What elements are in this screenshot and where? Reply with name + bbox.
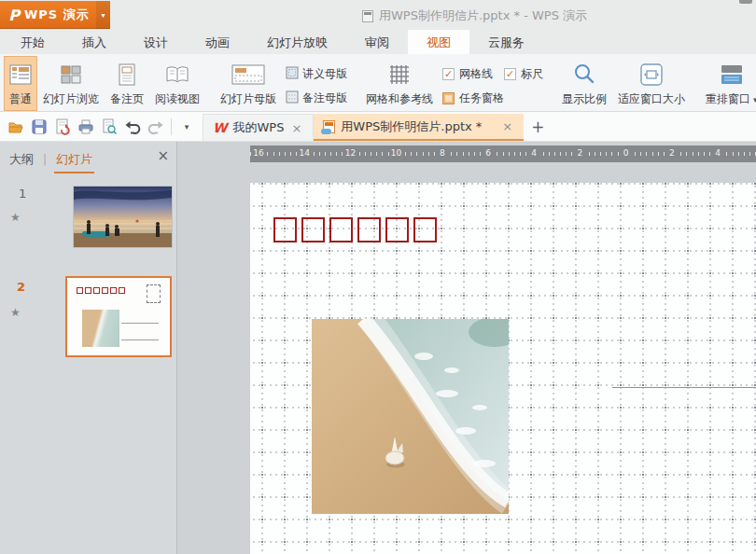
slide-2-animation-star-icon: ★	[10, 306, 21, 319]
normal-view-label: 普通	[9, 91, 32, 107]
ruler-check-icon[interactable]: ✓	[504, 68, 516, 80]
ruler-number: 4	[713, 148, 722, 158]
print-preview-button[interactable]	[101, 118, 118, 135]
undo-button[interactable]	[124, 118, 141, 135]
notes-master-button[interactable]: 备注母版	[282, 86, 351, 110]
close-tab-icon[interactable]: ×	[500, 119, 514, 133]
editing-canvas: 1614121086420246	[177, 142, 756, 554]
notes-page-label: 备注页	[110, 91, 144, 107]
window-controls-fragment	[739, 0, 752, 4]
slide-canvas[interactable]	[250, 183, 756, 554]
title-character-box[interactable]	[301, 217, 325, 242]
print-button[interactable]	[77, 118, 94, 135]
thumb-title-boxes	[77, 287, 125, 294]
export-pdf-button[interactable]	[54, 118, 71, 135]
window-title-text: 用WPS制作明信片.pptx * - WPS 演示	[379, 7, 587, 24]
qat-separator	[171, 118, 172, 135]
doc-tab-label: 我的WPS	[232, 119, 284, 136]
close-tab-icon[interactable]: ×	[289, 121, 303, 135]
panel-close-icon[interactable]: ×	[157, 149, 169, 163]
ruler-number: 12	[343, 148, 357, 158]
panel-header: 大纲 | 幻灯片	[0, 145, 177, 173]
ruler-number: 8	[438, 148, 447, 158]
task-pane-button[interactable]: 任务窗格	[439, 89, 508, 108]
slide-sorter-button[interactable]: 幻灯片浏览	[37, 56, 105, 111]
redo-button[interactable]	[147, 118, 164, 135]
document-tab-bar: ▾ W 我的WPS × 用WPS制作明信片.pptx * × +	[0, 112, 756, 142]
slide-sorter-icon	[60, 60, 82, 90]
normal-view-button[interactable]: 普通	[4, 56, 37, 111]
reading-view-label: 阅读视图	[155, 91, 200, 107]
slide-2-number: 2	[17, 280, 25, 294]
handout-master-button[interactable]: 讲义母版	[282, 62, 351, 86]
title-character-box[interactable]	[329, 217, 353, 242]
gridlines-check-icon[interactable]: ✓	[442, 68, 455, 80]
menu-tab-幻灯片放映[interactable]: 幻灯片放映	[248, 30, 346, 54]
ruler-number: 2	[667, 148, 677, 158]
slides-panel: 大纲 | 幻灯片 × 1 ★	[0, 142, 177, 554]
handout-master-label: 讲义母版	[302, 66, 347, 82]
quick-access-toolbar: ▾	[0, 112, 203, 141]
slide-1-number: 1	[19, 187, 26, 201]
title-character-boxes	[273, 217, 437, 242]
menu-tab-开始[interactable]: 开始	[2, 30, 63, 54]
normal-view-icon	[9, 60, 32, 90]
fit-window-button[interactable]: 适应窗口大小	[612, 56, 691, 111]
slide-master-icon	[231, 60, 265, 90]
thumb-address-line	[121, 339, 159, 340]
menu-tab-审阅[interactable]: 审阅	[346, 30, 408, 54]
ruler-checkbox[interactable]: ✓ 标尺	[500, 64, 547, 84]
postcard-address-line[interactable]	[612, 387, 756, 388]
slide-thumbnail-2[interactable]	[65, 276, 172, 357]
app-name: WPS 演示	[24, 7, 96, 23]
app-menu-caret-icon[interactable]: ▾	[96, 1, 110, 29]
slide-master-button[interactable]: 幻灯片母版	[215, 56, 282, 111]
doc-tab-label: 用WPS制作明信片.pptx *	[341, 118, 482, 135]
beach-photo[interactable]	[312, 319, 509, 514]
reading-view-icon	[165, 60, 189, 90]
grid-and-guides-button[interactable]: 网格和参考线	[360, 56, 439, 111]
gridlines-checkbox[interactable]: ✓ 网格线	[439, 64, 497, 84]
title-character-box[interactable]	[273, 217, 297, 242]
handout-master-icon	[286, 65, 299, 83]
window-title: 用WPS制作明信片.pptx * - WPS 演示	[362, 7, 587, 24]
menu-tab-云服务[interactable]: 云服务	[469, 30, 543, 54]
ruler-number: 2	[576, 148, 585, 158]
tab-slides[interactable]: 幻灯片	[47, 151, 102, 168]
zoom-label: 显示比例	[562, 91, 607, 107]
new-tab-button[interactable]: +	[524, 112, 552, 141]
arrange-windows-icon	[720, 60, 744, 90]
title-character-box[interactable]	[357, 217, 381, 242]
reading-view-button[interactable]: 阅读视图	[149, 56, 205, 111]
open-file-button[interactable]	[7, 118, 24, 135]
document-icon	[362, 10, 373, 22]
thumb-beach-image	[82, 310, 119, 347]
doc-tab-postcard[interactable]: 用WPS制作明信片.pptx * ×	[314, 114, 524, 141]
slide-master-label: 幻灯片母版	[220, 91, 276, 107]
doc-tab-my-wps[interactable]: W 我的WPS ×	[203, 114, 314, 141]
fit-window-icon	[639, 60, 664, 90]
save-button[interactable]	[31, 118, 48, 135]
wps-app-button[interactable]: P WPS 演示 ▾	[0, 1, 110, 29]
tab-outline[interactable]: 大纲	[0, 151, 43, 168]
title-character-box	[85, 287, 91, 294]
zoom-magnifier-icon	[572, 60, 596, 90]
ruler-label: 标尺	[521, 66, 543, 82]
qat-customize-caret-icon[interactable]: ▾	[178, 118, 195, 135]
title-character-box[interactable]	[413, 217, 437, 242]
menu-tab-视图[interactable]: 视图	[408, 30, 469, 54]
menu-tab-动画[interactable]: 动画	[187, 30, 248, 54]
zoom-button[interactable]: 显示比例	[556, 56, 612, 111]
menu-tab-插入[interactable]: 插入	[63, 30, 125, 54]
title-character-box	[77, 287, 83, 294]
slide-1-animation-star-icon: ★	[10, 211, 21, 224]
arrange-windows-button[interactable]: 重排窗口▾	[700, 56, 756, 111]
fit-window-label: 适应窗口大小	[618, 91, 685, 107]
notes-page-button[interactable]: 备注页	[105, 56, 149, 111]
menu-bar: 开始插入设计动画幻灯片放映审阅视图云服务	[0, 30, 756, 54]
slide-2-preview	[69, 280, 168, 353]
title-character-box[interactable]	[385, 217, 409, 242]
menu-tab-设计[interactable]: 设计	[125, 30, 187, 54]
slide-1-preview-image	[74, 187, 172, 247]
slide-thumbnail-1[interactable]	[73, 186, 173, 248]
